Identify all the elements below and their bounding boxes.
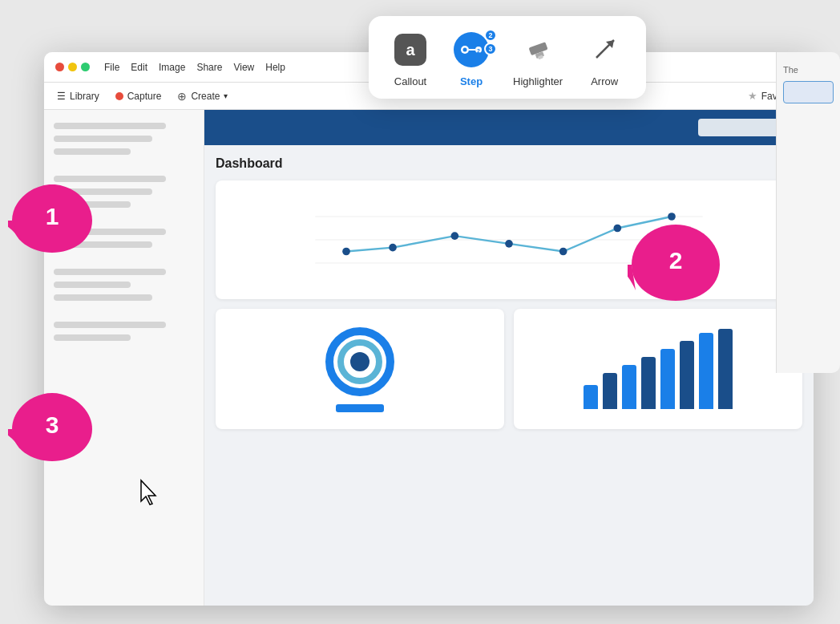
close-button[interactable] (55, 63, 64, 71)
sidebar-line-11 (54, 294, 152, 301)
step-bubble-3: 3 (8, 385, 96, 465)
sidebar-line-3 (54, 148, 131, 155)
bar-chart (584, 329, 733, 409)
sidebar-line-13 (54, 334, 131, 341)
bar-1 (584, 385, 598, 409)
dashboard-content: Dashboard (204, 145, 814, 606)
svg-point-16 (505, 240, 513, 248)
step-label: Step (460, 75, 483, 87)
right-panel: The (776, 52, 840, 373)
callout-label: Callout (394, 75, 426, 87)
bubble-3-number: 3 (46, 411, 59, 439)
donut-chart (324, 326, 396, 412)
main-panel: Dashboard (204, 110, 814, 606)
menu-edit[interactable]: Edit (131, 62, 147, 73)
bubble-2-number: 2 (669, 247, 683, 274)
header-bar (204, 110, 814, 145)
svg-text:2: 2 (477, 48, 480, 54)
bar-7 (699, 333, 713, 409)
nav-library[interactable]: ☰ Library (57, 91, 99, 102)
right-panel-input[interactable] (783, 81, 834, 103)
menu-bar: File Edit Image Share View Help (104, 62, 285, 73)
svg-point-18 (614, 225, 622, 233)
highlighter-icon (519, 30, 557, 69)
minimize-button[interactable] (68, 63, 77, 71)
cursor-icon (138, 479, 160, 512)
content-area: Dashboard (44, 110, 814, 606)
callout-tool[interactable]: a Callout (391, 30, 430, 87)
bar-8 (718, 329, 733, 409)
menu-image[interactable]: Image (159, 62, 185, 73)
bubble-1-number: 1 (46, 203, 59, 230)
bar-5 (660, 349, 675, 409)
callout-icon: a (391, 30, 430, 69)
svg-point-17 (559, 248, 567, 256)
step-tool[interactable]: 2 2 3 Step (452, 30, 491, 87)
menu-share[interactable]: Share (196, 62, 222, 73)
sidebar-line-10 (54, 282, 131, 288)
bar-6 (680, 341, 694, 409)
menu-file[interactable]: File (104, 62, 119, 73)
sidebar-line-12 (54, 322, 166, 328)
svg-point-15 (451, 232, 459, 240)
step-icon: 2 2 3 (452, 30, 491, 69)
svg-point-22 (350, 352, 370, 371)
bar-2 (603, 373, 617, 409)
highlighter-tool[interactable]: Highlighter (513, 30, 563, 87)
sidebar-line-9 (54, 269, 166, 275)
nav-capture[interactable]: Capture (115, 91, 162, 102)
bar-chart-card (514, 309, 802, 429)
menu-view[interactable]: View (233, 62, 254, 73)
dashboard-title: Dashboard (216, 156, 802, 171)
bar-4 (641, 357, 656, 409)
menu-help[interactable]: Help (265, 62, 285, 73)
sidebar-line-2 (54, 136, 152, 142)
step-bubble-1: 1 (8, 176, 96, 257)
highlighter-label: Highlighter (513, 75, 563, 87)
nav-create[interactable]: ⊕ Create ▾ (177, 90, 228, 103)
app-window: File Edit Image Share View Help ☰ Librar… (44, 52, 814, 606)
svg-point-13 (342, 248, 350, 256)
right-panel-text: The (783, 65, 834, 75)
svg-point-1 (463, 48, 467, 52)
bar-3 (622, 365, 636, 409)
arrow-icon (585, 30, 624, 69)
window-controls (55, 63, 90, 71)
toolbar-popup: a Callout 2 2 3 Step (369, 16, 646, 99)
arrow-label: Arrow (591, 75, 618, 87)
sidebar-line-1 (54, 123, 166, 129)
bottom-charts (216, 309, 802, 429)
step-bubble-2: 2 (628, 217, 724, 305)
maximize-button[interactable] (81, 63, 90, 71)
donut-chart-card (216, 309, 504, 429)
svg-point-14 (389, 244, 397, 252)
arrow-tool[interactable]: Arrow (585, 30, 624, 87)
